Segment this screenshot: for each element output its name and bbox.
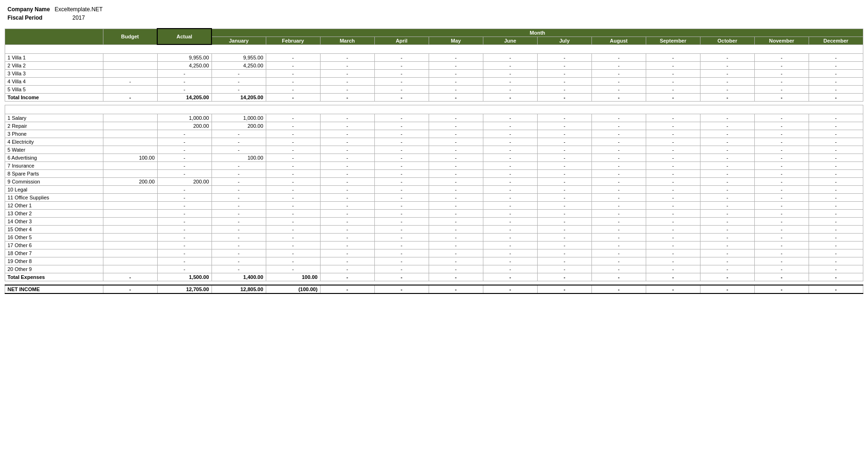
table-cell: - xyxy=(809,265,863,273)
table-row: 1 Salary1,000.001,000.00----------- xyxy=(5,114,863,122)
table-cell: - xyxy=(700,186,754,194)
table-cell: - xyxy=(754,94,809,102)
table-cell: - xyxy=(700,54,754,62)
table-cell: - xyxy=(429,194,483,202)
table-cell: - xyxy=(266,78,320,86)
table-cell: - xyxy=(754,234,809,242)
row-label: 5 Villa 5 xyxy=(5,86,103,94)
table-cell: - xyxy=(646,234,700,242)
table-cell: - xyxy=(700,146,754,154)
table-cell: - xyxy=(809,226,863,234)
table-cell: - xyxy=(483,178,537,186)
table-cell: - xyxy=(591,285,646,293)
table-cell: - xyxy=(700,265,754,273)
company-name-value: Exceltemplate.NET xyxy=(53,6,105,13)
table-cell: - xyxy=(266,86,320,94)
table-cell: - xyxy=(646,154,700,162)
table-cell: 200.00 xyxy=(157,178,212,186)
table-cell: - xyxy=(374,162,429,170)
table-cell: - xyxy=(320,249,374,257)
table-cell: - xyxy=(700,285,754,293)
table-cell xyxy=(103,242,157,249)
table-cell: - xyxy=(320,178,374,186)
table-cell: 100.00 xyxy=(212,154,266,162)
table-cell: - xyxy=(320,234,374,242)
table-cell: 100.00 xyxy=(266,273,320,281)
table-cell: - xyxy=(266,54,320,62)
table-cell xyxy=(103,202,157,210)
table-cell: - xyxy=(646,78,700,86)
row-label: 1 Villa 1 xyxy=(5,54,103,62)
table-row: 4 Villa 4-------------- xyxy=(5,78,863,86)
table-cell xyxy=(103,257,157,265)
table-row: 20 Other 9------------- xyxy=(5,265,863,273)
table-cell: - xyxy=(374,234,429,242)
table-cell: - xyxy=(591,178,646,186)
table-cell: - xyxy=(429,249,483,257)
table-cell: - xyxy=(646,242,700,249)
table-cell: - xyxy=(700,226,754,234)
table-cell: - xyxy=(266,257,320,265)
table-cell: - xyxy=(483,202,537,210)
table-cell: - xyxy=(809,186,863,194)
table-cell: - xyxy=(266,146,320,154)
table-cell: - xyxy=(754,249,809,257)
table-cell: - xyxy=(646,162,700,170)
table-row: 3 Villa 3------------- xyxy=(5,70,863,78)
table-cell: - xyxy=(700,138,754,146)
actual-header: Actual xyxy=(157,29,212,44)
table-cell xyxy=(103,114,157,122)
table-row: 5 Villa 5------------- xyxy=(5,86,863,94)
table-cell: - xyxy=(266,226,320,234)
table-cell: - xyxy=(320,257,374,265)
table-cell: - xyxy=(483,86,537,94)
table-cell: - xyxy=(809,273,863,281)
table-cell: 100.00 xyxy=(103,154,157,162)
table-cell: - xyxy=(374,218,429,226)
table-cell: - xyxy=(537,170,591,178)
table-cell: - xyxy=(537,218,591,226)
table-cell: - xyxy=(320,210,374,218)
table-cell: - xyxy=(646,210,700,218)
table-cell xyxy=(103,265,157,273)
fiscal-period-label: Fiscal Period xyxy=(6,14,52,22)
table-cell: - xyxy=(374,194,429,202)
table-cell: - xyxy=(374,138,429,146)
company-name-label: Company Name xyxy=(6,6,52,13)
table-cell: - xyxy=(429,285,483,293)
table-cell: - xyxy=(700,130,754,138)
table-cell: - xyxy=(700,86,754,94)
row-label: 13 Other 2 xyxy=(5,210,103,218)
table-cell: - xyxy=(374,130,429,138)
table-cell: - xyxy=(537,78,591,86)
table-cell: - xyxy=(591,154,646,162)
table-cell: - xyxy=(700,249,754,257)
feb-header: February xyxy=(266,37,320,44)
table-cell: - xyxy=(266,210,320,218)
table-cell: - xyxy=(266,130,320,138)
table-cell: - xyxy=(483,170,537,178)
table-cell: - xyxy=(591,186,646,194)
table-cell: - xyxy=(212,138,266,146)
table-cell xyxy=(103,130,157,138)
table-cell: - xyxy=(646,170,700,178)
table-cell: - xyxy=(537,265,591,273)
table-cell: - xyxy=(320,273,374,281)
table-cell: - xyxy=(483,285,537,293)
table-cell: - xyxy=(374,122,429,130)
table-cell xyxy=(103,186,157,194)
table-row: 7 Insurance------------- xyxy=(5,162,863,170)
table-cell: - xyxy=(646,186,700,194)
table-cell: - xyxy=(374,114,429,122)
table-cell xyxy=(103,170,157,178)
table-cell: 12,805.00 xyxy=(212,285,266,293)
table-cell: - xyxy=(212,78,266,86)
table-cell: - xyxy=(809,130,863,138)
table-cell: - xyxy=(374,210,429,218)
table-cell: - xyxy=(103,285,157,293)
nov-header: November xyxy=(754,37,809,44)
table-cell: - xyxy=(809,285,863,293)
table-cell: - xyxy=(537,234,591,242)
table-cell: 1,400.00 xyxy=(212,273,266,281)
table-cell: - xyxy=(754,114,809,122)
